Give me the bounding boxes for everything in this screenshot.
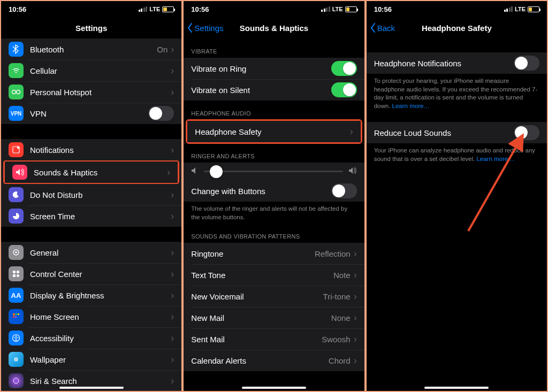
row-label: Do Not Disturb bbox=[30, 190, 82, 199]
home-indicator[interactable] bbox=[424, 387, 489, 389]
row-vpn[interactable]: VPN VPN bbox=[1, 103, 181, 124]
chevron-right-icon: › bbox=[171, 312, 174, 321]
accessibility-icon bbox=[9, 330, 24, 345]
footer-notifications: To protect your hearing, your iPhone wil… bbox=[367, 74, 547, 112]
row-wallpaper[interactable]: Wallpaper › bbox=[1, 349, 181, 370]
row-control-center[interactable]: Control Center › bbox=[1, 263, 181, 285]
home-indicator[interactable] bbox=[242, 387, 306, 389]
svg-point-5 bbox=[15, 251, 17, 253]
row-headphone-safety[interactable]: Headphone Safety › bbox=[187, 121, 360, 142]
home-screen-icon bbox=[9, 309, 24, 324]
chevron-right-icon: › bbox=[171, 333, 174, 343]
vibrate-silent-toggle[interactable] bbox=[331, 82, 357, 97]
row-label: Vibrate on Silent bbox=[191, 86, 250, 95]
row-change-with-buttons[interactable]: Change with Buttons bbox=[184, 180, 364, 202]
cellular-icon bbox=[9, 63, 24, 78]
row-calendar-alerts[interactable]: Calendar Alerts Chord › bbox=[184, 350, 364, 371]
row-general[interactable]: General › bbox=[1, 242, 181, 263]
row-screen-time[interactable]: Screen Time › bbox=[1, 205, 181, 227]
chevron-right-icon: › bbox=[171, 290, 174, 300]
battery-icon bbox=[528, 6, 539, 12]
row-value: On bbox=[157, 45, 168, 54]
row-ringtone[interactable]: Ringtone Reflection › bbox=[184, 243, 364, 264]
network-label: LTE bbox=[515, 6, 526, 12]
row-cellular[interactable]: Cellular › bbox=[1, 60, 181, 81]
learn-more-link[interactable]: Learn more… bbox=[476, 156, 514, 162]
chevron-right-icon: › bbox=[171, 211, 174, 221]
row-label: Vibrate on Ring bbox=[191, 64, 246, 73]
row-sent-mail[interactable]: Sent Mail Swoosh › bbox=[184, 328, 364, 350]
back-button[interactable]: Back bbox=[370, 23, 395, 33]
chevron-right-icon: › bbox=[171, 355, 174, 364]
row-new-mail[interactable]: New Mail None › bbox=[184, 307, 364, 328]
nav-bar: Back Headphone Safety bbox=[367, 17, 547, 39]
row-accessibility[interactable]: Accessibility › bbox=[1, 327, 181, 349]
row-label: Headphone Notifications bbox=[374, 59, 461, 68]
row-label: Text Tone bbox=[191, 271, 225, 280]
battery-icon bbox=[345, 6, 357, 12]
home-indicator[interactable] bbox=[59, 387, 124, 389]
volume-high-icon bbox=[348, 167, 357, 176]
row-label: General bbox=[30, 248, 58, 257]
svg-rect-7 bbox=[17, 271, 19, 273]
row-notifications[interactable]: Notifications › bbox=[1, 139, 181, 160]
svg-rect-11 bbox=[16, 313, 17, 315]
row-headphone-notifications[interactable]: Headphone Notifications bbox=[367, 52, 547, 74]
row-value: Reflection bbox=[315, 249, 351, 258]
row-personal-hotspot[interactable]: Personal Hotspot › bbox=[1, 81, 181, 103]
row-reduce-loud-sounds[interactable]: Reduce Loud Sounds bbox=[367, 122, 547, 143]
row-text-tone[interactable]: Text Tone Note › bbox=[184, 264, 364, 286]
bluetooth-icon bbox=[9, 42, 24, 57]
back-button[interactable]: Settings bbox=[187, 23, 223, 33]
slider-thumb[interactable] bbox=[210, 165, 223, 178]
network-label: LTE bbox=[332, 6, 343, 12]
vpn-icon: VPN bbox=[9, 106, 24, 121]
change-buttons-toggle[interactable] bbox=[331, 183, 357, 198]
sounds-icon bbox=[12, 165, 27, 180]
volume-slider[interactable] bbox=[204, 171, 342, 172]
row-label: Sounds & Haptics bbox=[34, 168, 97, 177]
row-bluetooth[interactable]: Bluetooth On › bbox=[1, 39, 181, 60]
row-home-screen[interactable]: Home Screen › bbox=[1, 306, 181, 327]
learn-more-link[interactable]: Learn more… bbox=[392, 103, 430, 109]
row-display-brightness[interactable]: AA Display & Brightness › bbox=[1, 285, 181, 306]
clock: 10:56 bbox=[374, 5, 392, 13]
vibrate-ring-toggle[interactable] bbox=[331, 61, 357, 76]
chevron-right-icon: › bbox=[354, 249, 357, 258]
row-vibrate-ring[interactable]: Vibrate on Ring bbox=[184, 58, 364, 79]
clock: 10:56 bbox=[191, 5, 209, 13]
chevron-right-icon: › bbox=[171, 44, 174, 54]
dnd-icon bbox=[9, 187, 24, 202]
svg-rect-13 bbox=[13, 316, 14, 318]
gear-icon bbox=[9, 245, 24, 260]
chevron-right-icon: › bbox=[354, 291, 357, 301]
row-label: Display & Brightness bbox=[30, 291, 104, 300]
siri-icon bbox=[9, 373, 24, 388]
page-title: Headphone Safety bbox=[422, 24, 492, 33]
chevron-right-icon: › bbox=[171, 248, 174, 257]
headphone-safety-screen: 10:56 LTE Back Headphone Safety Headphon… bbox=[367, 1, 547, 391]
section-patterns: Sounds and Vibration Patterns bbox=[184, 224, 364, 243]
row-new-voicemail[interactable]: New Voicemail Tri-tone › bbox=[184, 286, 364, 307]
row-label: Cellular bbox=[30, 66, 57, 75]
headphone-notifications-toggle[interactable] bbox=[514, 56, 539, 71]
row-label: Sent Mail bbox=[191, 335, 225, 344]
row-vibrate-silent[interactable]: Vibrate on Silent bbox=[184, 79, 364, 101]
row-label: Control Center bbox=[30, 270, 82, 279]
notifications-icon bbox=[9, 142, 24, 157]
row-label: Reduce Loud Sounds bbox=[374, 128, 451, 137]
wallpaper-icon bbox=[9, 352, 24, 367]
reduce-loud-sounds-toggle[interactable] bbox=[514, 125, 539, 140]
chevron-right-icon: › bbox=[171, 376, 174, 386]
row-do-not-disturb[interactable]: Do Not Disturb › bbox=[1, 184, 181, 205]
row-label: New Mail bbox=[191, 313, 224, 322]
highlight-sounds: Sounds & Haptics › bbox=[3, 160, 179, 185]
section-headphone-audio: Headphone Audio bbox=[184, 101, 364, 120]
section-vibrate: Vibrate bbox=[184, 39, 364, 58]
row-sounds-haptics[interactable]: Sounds & Haptics › bbox=[5, 162, 178, 183]
row-label: Notifications bbox=[30, 145, 74, 155]
highlight-headphone-safety: Headphone Safety › bbox=[186, 119, 362, 144]
row-label: Ringtone bbox=[191, 249, 223, 258]
vpn-toggle[interactable] bbox=[148, 106, 174, 121]
chevron-right-icon: › bbox=[354, 356, 357, 365]
